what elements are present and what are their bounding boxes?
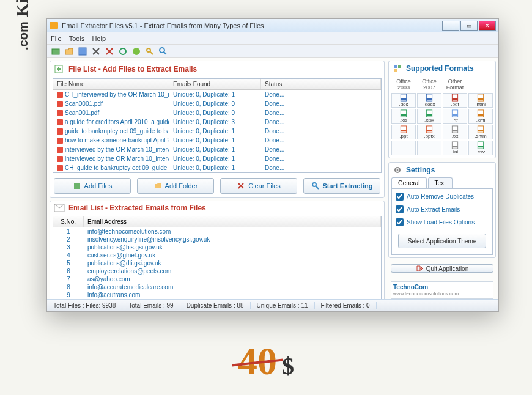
file-row[interactable]: guide to bankruptcy oct 09_guide to bank… <box>53 127 381 136</box>
emails-found: Unique: 0, Duplicate: 1 <box>169 90 261 98</box>
format-blank <box>417 141 441 155</box>
col-status[interactable]: Status <box>261 79 381 89</box>
svg-rect-26 <box>452 114 457 116</box>
file-list-heading: File List - Add Files to Extract Emails <box>68 65 197 73</box>
email-row[interactable]: 8info@accuratemedicalcare.com <box>53 283 381 291</box>
toolbar-search-icon[interactable] <box>158 46 168 56</box>
col-emails-found[interactable]: Emails Found <box>169 79 261 89</box>
supported-formats-panel: Supported Formats Office 2003Office 2007… <box>388 61 496 158</box>
email-row[interactable]: 2insolvency.enquiryline@insolvency.gsi.g… <box>53 235 381 243</box>
svg-rect-0 <box>52 49 59 54</box>
toolbar-add-files-icon[interactable] <box>51 46 61 56</box>
file-name: guide to bankruptcy oct 09_guide to bank… <box>65 128 169 135</box>
email-row[interactable]: 9info@acutrans.com <box>53 291 381 299</box>
svg-rect-12 <box>394 69 397 72</box>
clear-files-button[interactable]: Clear Files <box>220 178 297 194</box>
format-shtm: .shtm <box>468 125 493 139</box>
quit-application-button[interactable]: Quit Application <box>391 264 493 273</box>
format-pptx: .pptx <box>417 125 441 139</box>
doc-icon <box>57 165 63 171</box>
add-folder-button[interactable]: Add Folder <box>137 178 214 194</box>
file-name: CH_interviewed by the OR March 10_interv… <box>65 91 169 98</box>
svg-rect-31 <box>426 126 432 133</box>
tab-general[interactable]: General <box>391 177 427 188</box>
emails-found: Unique: 0, Duplicate: 1 <box>169 136 261 144</box>
close-button[interactable]: ✕ <box>479 21 496 31</box>
email-sno: 2 <box>53 235 84 243</box>
file-status: Done... <box>261 136 381 144</box>
email-address: employeerelations@peets.com <box>84 267 381 275</box>
file-row[interactable]: a guide for creditors April 2010_a guide… <box>53 117 381 127</box>
svg-rect-34 <box>452 130 457 131</box>
minimize-button[interactable]: — <box>442 21 459 31</box>
file-row[interactable]: CH_interviewed by the OR March 10_interv… <box>53 90 381 99</box>
settings-heading: Settings <box>406 166 435 174</box>
file-row[interactable]: CH_guide to bankruptcy oct 09_guide to b… <box>53 163 381 172</box>
email-row[interactable]: 7as@yahoo.com <box>53 275 381 283</box>
col-email[interactable]: Email Address <box>84 216 381 227</box>
svg-rect-21 <box>401 110 406 117</box>
menu-tools[interactable]: Tools <box>69 35 85 42</box>
toolbar-refresh-icon[interactable] <box>118 46 128 56</box>
svg-point-5 <box>160 48 164 53</box>
status-unique-emails: Unique Emails : 11 <box>251 302 315 309</box>
email-address: insolvency.enquiryline@insolvency.gsi.go… <box>84 235 381 243</box>
svg-rect-18 <box>452 98 457 100</box>
svg-rect-23 <box>426 110 432 117</box>
svg-rect-24 <box>426 114 432 116</box>
email-address: info@accuratemedicalcare.com <box>84 283 381 291</box>
doc-icon <box>57 92 63 98</box>
email-address: cust.ser.cs@gtnet.gov.uk <box>84 251 381 259</box>
email-address: info@acutrans.com <box>84 291 381 299</box>
toolbar-save-icon[interactable] <box>78 46 87 56</box>
email-row[interactable]: 1info@technocomsolutions.com <box>53 227 381 235</box>
file-status: Done... <box>261 127 381 135</box>
email-row[interactable]: 3publications@bis.gsi.gov.uk <box>53 243 381 251</box>
show-load-checkbox[interactable]: Show Load Files Options <box>396 218 489 226</box>
file-row[interactable]: how to make someone bankrupt April 2010_… <box>53 136 381 145</box>
file-row[interactable]: Scan001.pdfUnique: 0, Duplicate: 0Done..… <box>53 108 381 117</box>
file-status: Done... <box>261 90 381 98</box>
file-add-icon <box>54 64 65 75</box>
svg-rect-33 <box>452 126 457 133</box>
tab-text[interactable]: Text <box>428 177 453 188</box>
file-row[interactable]: interviewed by the OR March 10_interview… <box>53 154 381 163</box>
toolbar-add-folder-icon[interactable] <box>64 46 74 56</box>
formats-icon <box>393 64 402 73</box>
svg-rect-14 <box>401 98 406 100</box>
auto-remove-label: Auto Remove Duplicates <box>407 193 474 200</box>
menu-file[interactable]: File <box>51 35 62 42</box>
emails-found: Unique: 0, Duplicate: 1 <box>169 127 261 135</box>
toolbar-delete-icon[interactable] <box>105 46 114 56</box>
file-row[interactable]: interviewed by the OR March 10_interview… <box>53 145 381 154</box>
toolbar-key-icon[interactable] <box>145 46 155 56</box>
add-files-button[interactable]: Add Files <box>54 178 131 194</box>
svg-rect-37 <box>452 142 457 149</box>
price-strikethrough: 40$ <box>238 339 294 384</box>
maximize-button[interactable]: ▭ <box>460 21 478 31</box>
toolbar <box>47 45 498 58</box>
svg-rect-16 <box>426 98 432 100</box>
envelope-icon <box>54 204 65 212</box>
auto-remove-checkbox[interactable]: Auto Remove Duplicates <box>396 193 489 201</box>
toolbar-skype-icon[interactable] <box>131 46 141 56</box>
email-row[interactable]: 5publications@dti.gsi.gov.uk <box>53 259 381 267</box>
col-filename[interactable]: File Name <box>53 79 169 89</box>
format-xml: .xml <box>468 109 493 124</box>
email-row[interactable]: 6employeerelations@peets.com <box>53 267 381 275</box>
file-row[interactable]: Scan0001.pdfUnique: 0, Duplicate: 0Done.… <box>53 99 381 108</box>
menubar: File Tools Help <box>47 32 498 45</box>
file-name: Scan001.pdf <box>65 109 99 116</box>
svg-point-42 <box>397 169 399 171</box>
start-extracting-button[interactable]: Start Extracting <box>303 178 380 194</box>
svg-rect-1 <box>79 48 86 55</box>
svg-rect-40 <box>478 146 483 147</box>
auto-extract-checkbox[interactable]: Auto Extract Emails <box>396 205 489 213</box>
email-row[interactable]: 4cust.ser.cs@gtnet.gov.uk <box>53 251 381 259</box>
menu-help[interactable]: Help <box>92 35 106 42</box>
col-sno[interactable]: S.No. <box>53 216 84 227</box>
select-theme-button[interactable]: Select Application Theme <box>398 234 486 248</box>
add-folder-icon <box>153 182 162 190</box>
toolbar-clear-icon[interactable] <box>91 46 101 56</box>
app-icon <box>50 22 58 29</box>
